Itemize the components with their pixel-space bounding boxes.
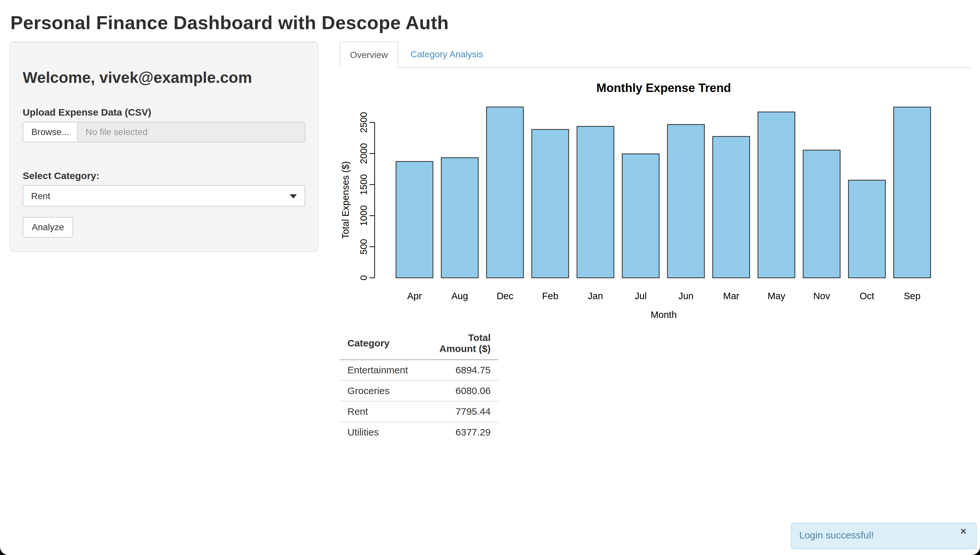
month-label: Jul (634, 291, 647, 301)
y-axis-tick-label: 1500 (359, 174, 369, 195)
close-icon: × (960, 525, 966, 537)
bar (668, 124, 705, 278)
bar (396, 162, 433, 278)
month-label: Mar (723, 291, 739, 301)
month-label: Apr (407, 291, 422, 301)
main-panel: Overview Category Analysis (340, 42, 970, 68)
login-notification: Login successful! × (791, 523, 977, 549)
category-select-wrap: Rent (23, 185, 305, 207)
amount-cell: 6080.06 (423, 380, 499, 401)
upload-csv-label: Upload Expense Data (CSV) (23, 107, 305, 118)
table-header-category: Category (340, 328, 423, 360)
bar (486, 107, 523, 278)
category-cell: Entertainment (340, 360, 423, 380)
bar (577, 126, 614, 278)
table-header-amount: Total Amount ($) (423, 328, 499, 360)
bar (441, 158, 478, 278)
month-label: Jan (588, 291, 603, 301)
category-cell: Groceries (340, 380, 423, 401)
month-label: Jun (678, 291, 694, 301)
y-axis-tick-label: 2500 (359, 112, 369, 133)
table-row: Utilities6377.29 (340, 422, 499, 442)
tab-overview-label[interactable]: Overview (340, 42, 398, 69)
amount-cell: 6377.29 (423, 422, 499, 442)
bar (532, 130, 569, 278)
page-title: Personal Finance Dashboard with Descope … (10, 12, 449, 33)
bar (713, 136, 750, 278)
monthly-expense-barplot: Monthly Expense Trend0500100015002000250… (340, 72, 970, 332)
month-label: Feb (542, 291, 558, 301)
category-cell: Rent (340, 401, 423, 422)
month-label: Dec (496, 291, 513, 301)
tab-bar: Overview Category Analysis (340, 42, 970, 68)
category-select[interactable]: Rent (23, 185, 305, 207)
amount-cell: 6894.75 (423, 360, 499, 380)
summary-table: Category Total Amount ($) Entertainment6… (340, 328, 499, 442)
bar (758, 112, 795, 278)
bar (622, 154, 659, 278)
table-row: Rent7795.44 (340, 401, 499, 422)
bar (848, 180, 885, 278)
bar (894, 107, 931, 278)
y-axis-tick-label: 500 (359, 239, 369, 255)
month-label: Sep (904, 291, 921, 301)
file-name-input[interactable] (78, 122, 305, 143)
month-label: May (768, 291, 785, 301)
notification-close-button[interactable]: × (959, 524, 968, 538)
chart-title: Monthly Expense Trend (596, 81, 731, 95)
y-axis-tick-label: 1000 (359, 205, 369, 226)
app-window: Personal Finance Dashboard with Descope … (0, 0, 980, 555)
category-cell: Utilities (340, 422, 423, 442)
table-row: Entertainment6894.75 (340, 360, 499, 380)
month-label: Aug (451, 291, 468, 301)
bar (803, 150, 840, 278)
tab-category-analysis-label[interactable]: Category Analysis (401, 42, 493, 67)
x-axis-title: Month (651, 310, 677, 320)
tab-category-analysis[interactable]: Category Analysis (398, 42, 493, 68)
file-input-group: Browse... (23, 122, 305, 143)
month-label: Oct (859, 291, 874, 301)
y-axis-title: Total Expenses ($) (340, 161, 351, 239)
y-axis-tick-label: 2000 (359, 143, 369, 164)
table-row: Groceries6080.06 (340, 380, 499, 401)
month-label: Nov (813, 291, 830, 301)
table-header-row: Category Total Amount ($) (340, 328, 499, 360)
tab-overview[interactable]: Overview (340, 42, 398, 68)
sidebar-panel: Welcome, vivek@example.com Upload Expens… (10, 42, 318, 252)
browse-button[interactable]: Browse... (23, 122, 78, 143)
notification-message: Login successful! (799, 530, 874, 541)
amount-cell: 7795.44 (423, 401, 499, 422)
expense-chart: Monthly Expense Trend0500100015002000250… (340, 72, 970, 332)
analyze-button[interactable]: Analyze (23, 217, 73, 238)
select-category-label: Select Category: (23, 170, 305, 181)
welcome-heading: Welcome, vivek@example.com (23, 69, 305, 87)
y-axis-tick-label: 0 (359, 275, 369, 281)
